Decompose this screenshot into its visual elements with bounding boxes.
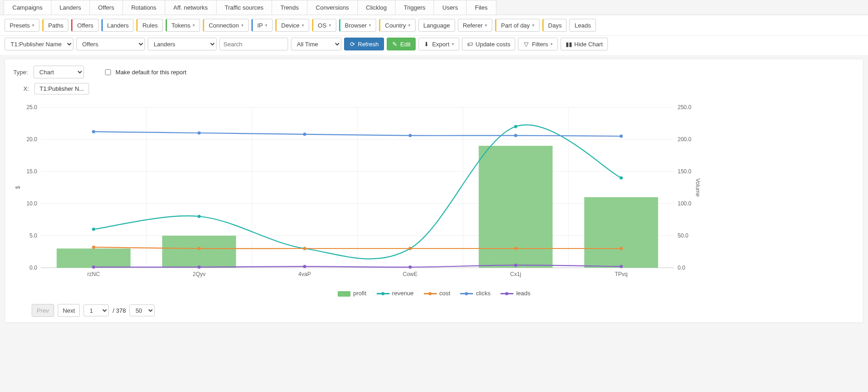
language-button[interactable]: Language bbox=[418, 19, 455, 32]
svg-text:5.0: 5.0 bbox=[29, 232, 37, 239]
tab-campaigns[interactable]: Campaigns bbox=[4, 0, 51, 15]
tab-triggers[interactable]: Triggers bbox=[395, 0, 434, 15]
tab-traffic-sources[interactable]: Traffic sources bbox=[216, 0, 273, 15]
rules-button[interactable]: Rules bbox=[136, 19, 162, 32]
legend-item-leads[interactable]: leads bbox=[501, 290, 530, 297]
ip-button[interactable]: IP▾ bbox=[251, 19, 273, 32]
tab-trends[interactable]: Trends bbox=[272, 0, 307, 15]
svg-point-52 bbox=[514, 134, 517, 137]
svg-text:$: $ bbox=[15, 186, 21, 189]
svg-point-48 bbox=[92, 130, 95, 133]
chevron-down-icon: ▾ bbox=[32, 23, 34, 28]
search-input[interactable] bbox=[219, 38, 288, 50]
svg-point-47 bbox=[620, 247, 623, 250]
legend-swatch bbox=[338, 291, 351, 297]
browser-button[interactable]: Browser▾ bbox=[339, 19, 377, 32]
chevron-down-icon: ▾ bbox=[193, 23, 195, 28]
filters-button[interactable]: ▽Filters▾ bbox=[518, 38, 557, 50]
country-button[interactable]: Country▾ bbox=[379, 19, 416, 32]
svg-text:Cx1j: Cx1j bbox=[510, 271, 521, 277]
svg-text:150.0: 150.0 bbox=[678, 168, 691, 175]
tab-clicklog[interactable]: Clicklog bbox=[357, 0, 396, 15]
dim1-select[interactable]: T1:Publisher Name bbox=[5, 38, 73, 50]
legend-item-cost[interactable]: cost bbox=[424, 290, 451, 297]
chevron-down-icon: ▾ bbox=[532, 23, 534, 28]
leads-button[interactable]: Leads bbox=[569, 19, 595, 32]
export-button[interactable]: ⬇Export▾ bbox=[418, 38, 459, 50]
page-total: / 378 bbox=[112, 307, 126, 314]
hide-chart-button[interactable]: ▮▮Hide Chart bbox=[561, 38, 608, 50]
svg-point-49 bbox=[198, 132, 201, 135]
svg-point-54 bbox=[92, 265, 95, 269]
svg-point-53 bbox=[620, 135, 623, 138]
tokens-button[interactable]: Tokens▾ bbox=[166, 19, 200, 32]
presets-button[interactable]: Presets▾ bbox=[5, 19, 39, 32]
x-chip[interactable]: T1:Publisher N... bbox=[34, 83, 89, 94]
svg-point-57 bbox=[409, 265, 412, 269]
dim3-select[interactable]: Landers bbox=[148, 38, 217, 50]
landers-button[interactable]: Landers bbox=[101, 19, 134, 32]
legend-label: cost bbox=[440, 290, 451, 297]
svg-text:TPvq: TPvq bbox=[615, 271, 628, 277]
connection-button[interactable]: Connection▾ bbox=[203, 19, 249, 32]
x-label: X: bbox=[23, 85, 29, 92]
svg-text:200.0: 200.0 bbox=[678, 136, 691, 143]
timerange-select[interactable]: All Time bbox=[291, 38, 341, 50]
page-select[interactable]: 1 bbox=[83, 304, 109, 316]
legend-label: leads bbox=[516, 290, 530, 297]
default-checkbox-input[interactable] bbox=[105, 69, 111, 75]
update-costs-button[interactable]: 🏷Update costs bbox=[462, 38, 516, 50]
svg-point-36 bbox=[92, 228, 95, 231]
next-button[interactable]: Next bbox=[58, 304, 80, 317]
svg-rect-32 bbox=[57, 248, 131, 268]
download-icon: ⬇ bbox=[423, 41, 430, 48]
tab-rotations[interactable]: Rotations bbox=[122, 0, 165, 15]
chevron-down-icon: ▾ bbox=[329, 23, 331, 28]
tag-icon: 🏷 bbox=[467, 41, 473, 48]
page-size-select[interactable]: 50 bbox=[129, 304, 155, 316]
edit-button[interactable]: ✎Edit bbox=[387, 38, 416, 50]
default-checkbox[interactable]: Make default for this report bbox=[103, 68, 187, 77]
svg-text:10.0: 10.0 bbox=[27, 200, 38, 207]
chevron-down-icon: ▾ bbox=[408, 23, 411, 28]
chevron-down-icon: ▾ bbox=[302, 23, 304, 28]
part-of-day-button[interactable]: Part of day▾ bbox=[495, 19, 540, 32]
legend-item-clicks[interactable]: clicks bbox=[460, 290, 490, 297]
tab-offers[interactable]: Offers bbox=[89, 0, 123, 15]
svg-point-45 bbox=[409, 247, 412, 250]
refresh-button[interactable]: ⟳Refresh bbox=[344, 38, 384, 50]
legend-item-revenue[interactable]: revenue bbox=[377, 290, 414, 297]
legend-label: revenue bbox=[392, 290, 414, 297]
svg-point-41 bbox=[620, 177, 623, 180]
tab-files[interactable]: Files bbox=[466, 0, 496, 15]
offers-button[interactable]: Offers bbox=[71, 19, 98, 32]
dim2-select[interactable]: Offers bbox=[76, 38, 145, 50]
filter-row: T1:Publisher Name Offers Landers All Tim… bbox=[0, 36, 868, 55]
days-button[interactable]: Days bbox=[542, 19, 567, 32]
chevron-down-icon: ▾ bbox=[551, 42, 553, 46]
svg-text:25.0: 25.0 bbox=[27, 104, 38, 110]
device-button[interactable]: Device▾ bbox=[275, 19, 309, 32]
tab-aff-networks[interactable]: Aff. networks bbox=[165, 0, 217, 15]
tab-landers[interactable]: Landers bbox=[51, 0, 90, 15]
tab-users[interactable]: Users bbox=[434, 0, 467, 15]
legend-item-profit[interactable]: profit bbox=[338, 290, 367, 297]
paths-button[interactable]: Paths bbox=[42, 19, 68, 32]
default-checkbox-label: Make default for this report bbox=[116, 69, 187, 76]
svg-text:CowE: CowE bbox=[403, 271, 417, 277]
prev-button: Prev bbox=[32, 304, 54, 317]
svg-text:0.0: 0.0 bbox=[29, 265, 37, 271]
os-button[interactable]: OS▾ bbox=[312, 19, 336, 32]
type-select[interactable]: Chart bbox=[33, 66, 84, 78]
tab-conversions[interactable]: Conversions bbox=[307, 0, 357, 15]
svg-point-44 bbox=[303, 247, 306, 250]
svg-rect-35 bbox=[584, 197, 658, 268]
referer-button[interactable]: Referer▾ bbox=[458, 19, 492, 32]
svg-point-51 bbox=[409, 134, 412, 137]
svg-point-40 bbox=[514, 125, 517, 128]
svg-point-46 bbox=[514, 247, 517, 250]
pager: Prev Next 1 / 378 50 bbox=[13, 304, 855, 317]
legend-label: clicks bbox=[476, 290, 490, 297]
svg-text:0.0: 0.0 bbox=[678, 265, 685, 271]
svg-text:Volume: Volume bbox=[695, 178, 701, 197]
